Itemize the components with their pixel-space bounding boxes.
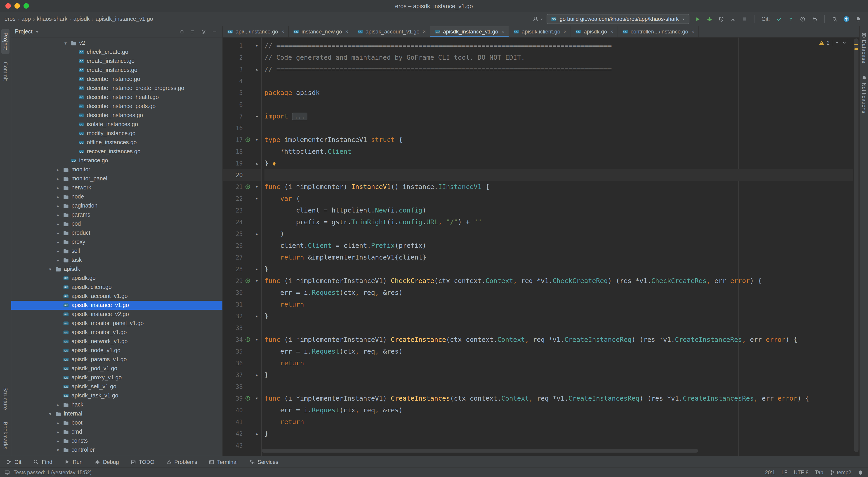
gutter-line[interactable]: 34▾ [223, 334, 261, 346]
stripe-button-commit[interactable]: Commit [1, 58, 9, 84]
scrollbar-thumb[interactable] [262, 449, 698, 453]
gutter-line[interactable]: 2 [223, 52, 261, 63]
line-number[interactable]: 37 [223, 371, 243, 378]
tab-close-icon[interactable]: × [563, 28, 567, 35]
code-line[interactable]: func (i *implementerInstanceV1) CreateIn… [265, 334, 853, 346]
tree-item[interactable]: ▸ monitor_panel [11, 174, 222, 183]
file-encoding[interactable]: UTF-8 [794, 470, 809, 475]
tree-item[interactable]: ▸ cmd [11, 427, 222, 436]
chevron-icon[interactable]: ▾ [62, 40, 69, 46]
tree-item[interactable]: ▸ consts [11, 436, 222, 445]
panel-options-button[interactable] [199, 27, 208, 36]
tree-item[interactable]: GO recover_instances.go [11, 147, 222, 156]
stripe-button-project[interactable]: Project [1, 29, 9, 54]
code-line[interactable]: return [265, 416, 853, 428]
tree-item[interactable]: GO apisdk_monitor_panel_v1.go [11, 319, 222, 328]
tree-item[interactable]: ▸ params [11, 210, 222, 219]
line-number[interactable]: 30 [223, 289, 243, 296]
tool-window-button-services[interactable]: Services [249, 459, 278, 465]
editor-tab[interactable]: GO instance_new.go × [289, 26, 353, 37]
next-problem-icon[interactable] [842, 40, 847, 45]
gutter-line[interactable]: 23 [223, 204, 261, 216]
chevron-icon[interactable]: ▸ [54, 258, 61, 263]
hide-panel-button[interactable] [210, 27, 219, 36]
chevron-icon[interactable]: ▸ [54, 167, 61, 172]
line-number[interactable]: 31 [223, 301, 243, 308]
line-number[interactable]: 22 [223, 195, 243, 202]
line-number[interactable]: 1 [223, 42, 243, 49]
code-line[interactable]: import ... [265, 110, 853, 122]
tool-window-button-git[interactable]: Git [6, 459, 22, 465]
chevron-down-icon[interactable] [35, 30, 39, 34]
line-number[interactable]: 33 [223, 324, 243, 331]
stripe-button-notifications[interactable]: Notifications [860, 72, 868, 117]
gutter-line[interactable]: 38 [223, 381, 261, 392]
tree-item[interactable]: ▾ v2 [11, 38, 222, 48]
editor-tab[interactable]: GO apisdk_instance_v1.go × [430, 26, 509, 37]
stripe-button-bookmarks[interactable]: Bookmarks [1, 418, 9, 453]
stripe-button-structure[interactable]: Structure [1, 384, 9, 414]
tree-item[interactable]: GO apisdk_network_v1.go [11, 337, 222, 346]
tree-item[interactable]: GO apisdk_proxy_v1.go [11, 373, 222, 382]
line-number[interactable]: 23 [223, 207, 243, 214]
fold-marker-icon[interactable]: ▴ [253, 372, 261, 377]
line-number[interactable]: 3 [223, 66, 243, 72]
tree-item[interactable]: ▸ sell [11, 246, 222, 256]
line-number[interactable]: 29 [223, 277, 243, 284]
line-number[interactable]: 32 [223, 312, 243, 320]
run-configuration-select[interactable]: GO go build git.woa.com/khaos/eros/app/k… [547, 14, 690, 24]
profiler-button[interactable] [727, 13, 739, 24]
scrollbar-thumb[interactable] [854, 38, 859, 452]
code-line[interactable]: } [265, 310, 853, 322]
gutter-line[interactable]: 39▾ [223, 392, 261, 404]
line-number[interactable]: 25 [223, 230, 243, 237]
gutter-line[interactable]: 31 [223, 298, 261, 310]
tree-item[interactable]: GO apisdk.go [11, 273, 222, 282]
tree-item[interactable]: GO offline_instances.go [11, 138, 222, 147]
tab-close-icon[interactable]: × [610, 28, 614, 35]
line-number[interactable]: 43 [223, 442, 243, 449]
code-line[interactable] [265, 75, 853, 87]
tree-item[interactable]: GO apisdk_instance_v1.go [11, 301, 222, 310]
code-line[interactable] [265, 169, 853, 181]
close-button[interactable] [5, 3, 11, 8]
update-project-button[interactable] [774, 13, 784, 24]
user-account-button[interactable] [532, 16, 544, 22]
tree-item[interactable]: ▸ monitor [11, 165, 222, 174]
status-message[interactable]: Tests passed: 1 (yesterday 15:52) [13, 470, 92, 475]
tool-window-button-debug[interactable]: Debug [94, 459, 119, 465]
code-line[interactable]: err = i.Request(ctx, req, &res) [265, 287, 853, 298]
tree-item[interactable]: GO create_instances.go [11, 65, 222, 74]
gutter-line[interactable]: 16 [223, 122, 261, 134]
tree-item[interactable]: GO apisdk_pod_v1.go [11, 364, 222, 373]
tree-item[interactable]: GO check_create.go [11, 48, 222, 57]
tool-window-button-problems[interactable]: Problems [166, 459, 197, 465]
code-line[interactable]: // =====================================… [265, 40, 853, 52]
warning-stripe-mark[interactable] [855, 44, 858, 45]
tree-item[interactable]: ▸ node [11, 192, 222, 201]
tree-item[interactable]: GO describe_instance_create_progress.go [11, 84, 222, 93]
editor-tab[interactable]: GO api/.../instance.go × [223, 26, 289, 37]
line-number[interactable]: 35 [223, 348, 243, 355]
gutter-line[interactable]: 24 [223, 216, 261, 228]
code-line[interactable]: func (i *implementerInstanceV1) CreateIn… [265, 392, 853, 404]
fold-marker-icon[interactable]: ▸ [253, 114, 261, 118]
tree-item[interactable]: GO apisdk_sell_v1.go [11, 382, 222, 391]
tool-window-button-todo[interactable]: TODO [131, 459, 154, 465]
line-number[interactable]: 2 [223, 54, 243, 61]
tree-item[interactable]: GO describe_instance_health.go [11, 93, 222, 102]
gutter-line[interactable]: 5 [223, 87, 261, 98]
code-line[interactable]: ) [265, 228, 853, 240]
intention-bulb-icon[interactable] [272, 161, 276, 166]
gutter-line[interactable]: 25▴ [223, 228, 261, 240]
line-number[interactable]: 38 [223, 383, 243, 390]
breadcrumb-item[interactable]: app › [22, 16, 35, 22]
breadcrumb-item[interactable]: khaos-shark › [37, 16, 71, 22]
chevron-icon[interactable]: ▸ [54, 185, 61, 190]
chevron-icon[interactable]: ▸ [54, 420, 61, 425]
gutter-line[interactable]: 7▸ [223, 110, 261, 122]
implements-icon[interactable] [243, 337, 253, 342]
gutter-line[interactable]: 43 [223, 440, 261, 451]
fold-marker-icon[interactable]: ▾ [253, 43, 261, 48]
chevron-icon[interactable]: ▸ [54, 176, 61, 181]
